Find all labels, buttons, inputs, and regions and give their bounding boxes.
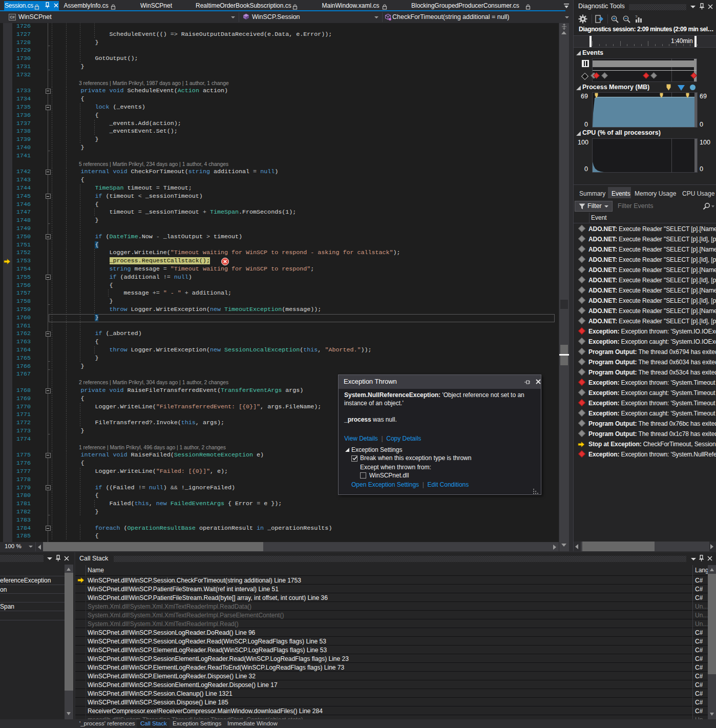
svg-text:?: ?	[635, 14, 638, 19]
